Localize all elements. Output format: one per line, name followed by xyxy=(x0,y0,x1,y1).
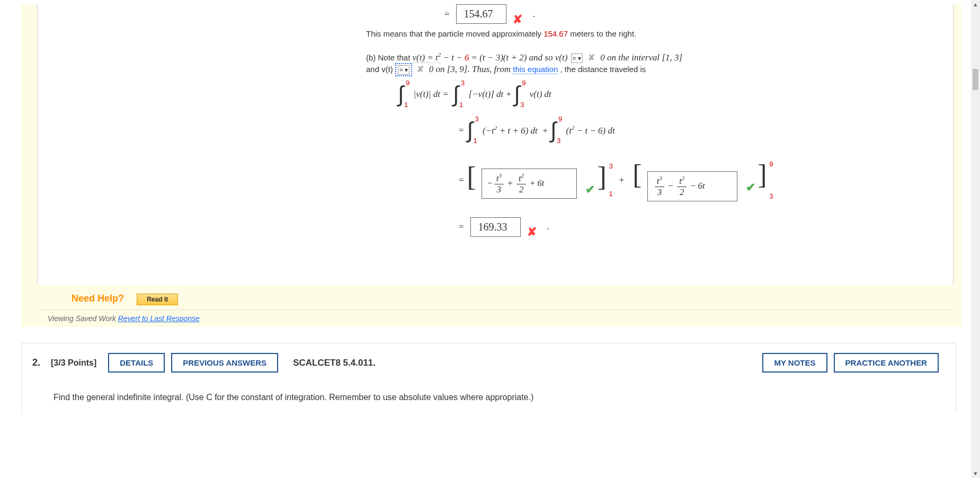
integral-symbol: ∫91 xyxy=(398,82,404,107)
comparison-dropdown-1[interactable]: = ▾ xyxy=(571,54,583,63)
equation-link[interactable]: this equation xyxy=(513,65,558,74)
integral-symbol: ∫93 xyxy=(514,82,520,107)
answer-input-box-1[interactable]: − t33 + t22 + 6t xyxy=(482,169,577,199)
correct-icon: ✔ xyxy=(746,181,755,194)
comparison-dropdown-2-focused[interactable]: = ▾ xyxy=(395,63,412,76)
equals-sign: = xyxy=(444,9,450,20)
question-1-container: = 154.67 ✘ . This means that the particl… xyxy=(21,4,961,327)
revert-link[interactable]: Revert to Last Response xyxy=(118,314,200,323)
previous-answers-button[interactable]: PREVIOUS ANSWERS xyxy=(171,353,278,373)
answer-input-1[interactable]: 154.67 xyxy=(456,4,506,24)
integral-symbol: ∫31 xyxy=(467,118,474,143)
explanation-text: This means that the particle moved appro… xyxy=(366,29,953,38)
scrollbar-thumb[interactable] xyxy=(973,69,978,90)
my-notes-button[interactable]: MY NOTES xyxy=(762,353,827,373)
details-button[interactable]: DETAILS xyxy=(108,353,165,373)
incorrect-icon: ✘ xyxy=(588,53,595,62)
question-2-header: 2. [3/3 Points] DETAILS PREVIOUS ANSWERS… xyxy=(21,343,956,382)
read-it-button[interactable]: Read It xyxy=(137,294,178,305)
incorrect-icon: ✘ xyxy=(527,225,537,239)
antiderivative-1: [ − t33 + t22 + 6t ✔ ] 3 1 xyxy=(467,161,607,198)
integral-symbol: ∫31 xyxy=(453,82,459,107)
incorrect-icon: ✘ xyxy=(513,13,522,26)
antiderivative-2: [ t33 − t22 − 6t ✔ ] 9 3 xyxy=(632,159,767,201)
need-help-label: Need Help? xyxy=(72,293,124,304)
part-b-text: (b) Note that v(t) = t2 − t − 6 = (t − 3… xyxy=(366,51,953,76)
scroll-up-arrow[interactable]: ▲ xyxy=(971,0,980,9)
vertical-scrollbar[interactable]: ▲ ▼ xyxy=(971,0,980,413)
question-points: [3/3 Points] xyxy=(51,358,96,368)
question-number: 2. xyxy=(32,357,40,368)
assignment-ref: SCALCET8 5.4.011. xyxy=(293,358,376,368)
equals-sign: = xyxy=(459,222,464,232)
saved-work-bar: Viewing Saved Work Revert to Last Respon… xyxy=(37,309,954,327)
integral-symbol: ∫93 xyxy=(550,118,557,143)
question-2-prompt: Find the general indefinite integral. (U… xyxy=(54,393,533,402)
correct-icon: ✔ xyxy=(585,183,595,196)
practice-another-button[interactable]: PRACTICE ANOTHER xyxy=(834,353,939,373)
question-1-body: = 154.67 ✘ . This means that the particl… xyxy=(37,4,954,285)
answer-input-2[interactable]: 169.33 xyxy=(470,217,521,237)
question-2-body: Find the general indefinite integral. (U… xyxy=(21,382,956,413)
need-help-bar: Need Help? Read It xyxy=(37,285,954,309)
incorrect-icon: ✘ xyxy=(417,65,424,74)
answer-input-box-2[interactable]: t33 − t22 − 6t xyxy=(647,171,737,201)
